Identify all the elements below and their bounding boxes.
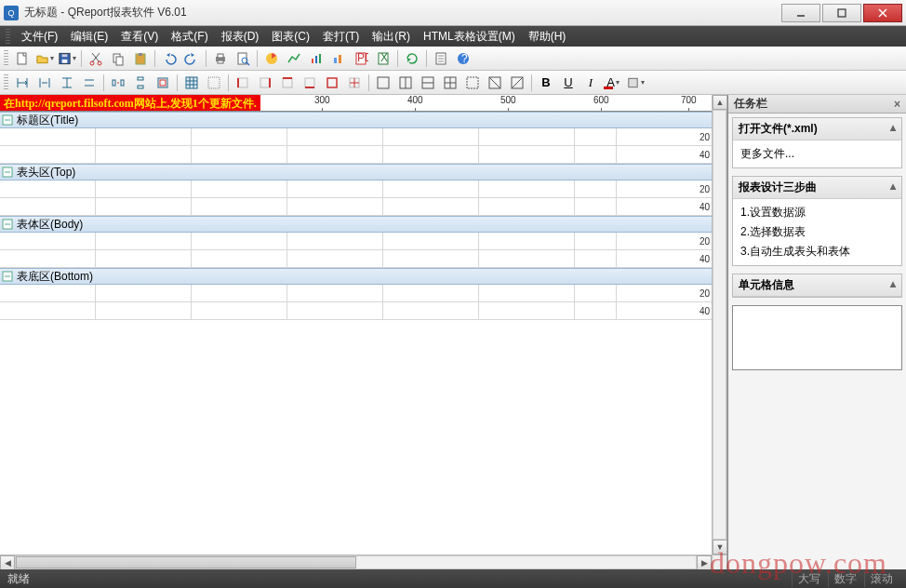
grid-cell[interactable] [0, 180, 96, 197]
grid-cell[interactable] [287, 180, 383, 197]
section-header[interactable]: 表体区(Body) [0, 216, 712, 233]
grid-cell[interactable] [575, 233, 617, 249]
update-banner[interactable]: 在http://qreport.filsoft.com网站上,发现1个更新文件. [0, 95, 260, 112]
grid-cell[interactable] [0, 128, 96, 145]
scroll-thumb[interactable] [16, 556, 356, 568]
menu-chart[interactable]: 图表(C) [266, 27, 315, 47]
task-pane-close-icon[interactable]: × [894, 98, 900, 111]
font-color-icon[interactable]: A▾ [603, 73, 623, 93]
grid-cell[interactable] [96, 128, 192, 145]
copy-icon[interactable] [108, 48, 128, 69]
collapse-icon[interactable]: ▴ [890, 121, 896, 137]
menu-edit[interactable]: 编辑(E) [65, 27, 113, 47]
collapse-icon[interactable]: ▴ [890, 277, 896, 293]
italic-icon[interactable]: I [580, 73, 601, 93]
menu-htmltable[interactable]: HTML表格设置(M) [418, 27, 521, 47]
grid-cell[interactable] [192, 180, 287, 197]
grid-cell[interactable] [479, 180, 575, 197]
grid-cell[interactable] [192, 285, 287, 301]
cell-border4-icon[interactable] [440, 73, 460, 93]
undo-icon[interactable] [159, 48, 180, 69]
grid-cell[interactable] [383, 146, 479, 163]
grid-cell[interactable] [287, 146, 383, 163]
grid-cell[interactable] [287, 250, 383, 267]
grid-cell[interactable] [0, 250, 96, 267]
grid-cell[interactable] [575, 180, 617, 197]
chart-line-icon[interactable] [284, 48, 304, 69]
grid-cell[interactable] [383, 302, 479, 319]
step-1[interactable]: 1.设置数据源 [740, 203, 894, 222]
grid-cell[interactable] [96, 146, 192, 163]
grid-cell[interactable] [479, 250, 575, 267]
align-inc-width-icon[interactable] [12, 73, 33, 93]
collapse-toggle-icon[interactable] [2, 219, 13, 230]
bold-icon[interactable]: B [536, 73, 556, 93]
grid-cell[interactable] [0, 302, 96, 319]
grid-cell[interactable] [0, 198, 96, 215]
grid-cell[interactable] [479, 233, 575, 249]
scroll-track[interactable] [713, 110, 726, 540]
grid-cell[interactable] [192, 146, 287, 163]
chart-bar-icon[interactable] [306, 48, 326, 69]
grid-row[interactable] [0, 302, 712, 320]
grid-cell[interactable] [192, 128, 287, 145]
group-header[interactable]: 打开文件(*.xml)▴ [733, 118, 901, 140]
menu-view[interactable]: 查看(V) [115, 27, 164, 47]
section-body[interactable]: 2040 [0, 180, 712, 216]
align-dec-height-icon[interactable] [79, 73, 100, 93]
collapse-toggle-icon[interactable] [2, 271, 13, 282]
grid-cell[interactable] [96, 180, 192, 197]
collapse-toggle-icon[interactable] [2, 167, 13, 178]
maximize-button[interactable] [822, 4, 861, 22]
grid-cell[interactable] [479, 146, 575, 163]
save-icon[interactable]: ▾ [57, 48, 77, 69]
menu-file[interactable]: 文件(F) [16, 27, 63, 47]
grid-row[interactable] [0, 285, 712, 302]
section-body[interactable]: 2040 [0, 285, 712, 320]
grid-cell[interactable] [192, 198, 287, 215]
grid-cell[interactable] [287, 285, 383, 301]
section-body[interactable]: 2040 [0, 128, 712, 164]
cell-border2-icon[interactable] [395, 73, 416, 93]
step-2[interactable]: 2.选择数据表 [740, 222, 894, 242]
collapse-icon[interactable]: ▴ [890, 180, 896, 195]
grid-cell[interactable] [0, 285, 96, 301]
scroll-right-icon[interactable]: ▶ [697, 555, 712, 569]
underline-icon[interactable]: U [558, 73, 579, 93]
grid-cell[interactable] [192, 302, 287, 319]
paste-icon[interactable] [130, 48, 151, 69]
grid-cell[interactable] [479, 302, 575, 319]
new-file-icon[interactable] [12, 48, 33, 69]
border-left-icon[interactable] [233, 73, 253, 93]
menu-export[interactable]: 输出(R) [366, 27, 416, 47]
section-header[interactable]: 表底区(Bottom) [0, 268, 712, 285]
grid-row[interactable] [0, 146, 712, 164]
distribute-v-icon[interactable] [130, 73, 151, 93]
grid-cell[interactable] [575, 146, 617, 163]
border-right-icon[interactable] [255, 73, 275, 93]
cell-border5-icon[interactable] [462, 73, 483, 93]
grid-cell[interactable] [96, 198, 192, 215]
grid-cell[interactable] [383, 128, 479, 145]
grid-cell[interactable] [287, 128, 383, 145]
grid-cell[interactable] [96, 285, 192, 301]
grid-row[interactable] [0, 250, 712, 268]
grid-cell[interactable] [192, 250, 287, 267]
scroll-track[interactable] [15, 555, 697, 569]
refresh-icon[interactable] [402, 48, 422, 69]
cut-icon[interactable] [86, 48, 106, 69]
border-bottom-icon[interactable] [300, 73, 320, 93]
close-button[interactable] [863, 4, 902, 22]
print-preview-icon[interactable] [233, 48, 253, 69]
more-files-link[interactable]: 更多文件... [740, 144, 894, 164]
section-header[interactable]: 表头区(Top) [0, 164, 712, 180]
menu-format[interactable]: 格式(F) [166, 27, 213, 47]
help-icon[interactable]: ? [453, 48, 473, 69]
distribute-h-icon[interactable] [108, 73, 128, 93]
menu-help[interactable]: 帮助(H) [523, 27, 572, 47]
export-pdf-icon[interactable]: PDF [351, 48, 371, 69]
open-file-icon[interactable]: ▾ [34, 48, 55, 69]
grid-cell[interactable] [575, 250, 617, 267]
grid-cell[interactable] [287, 198, 383, 215]
step-3[interactable]: 3.自动生成表头和表体 [740, 242, 894, 261]
